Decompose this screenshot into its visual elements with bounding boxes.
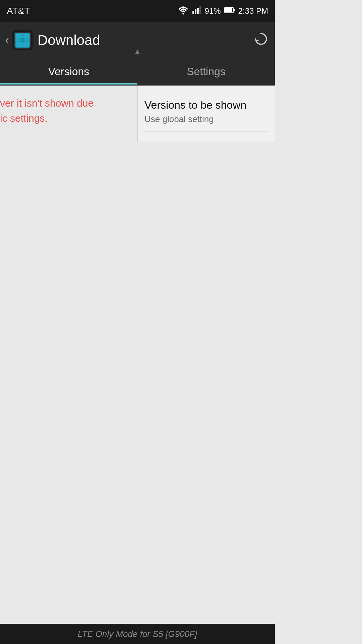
bottom-label: LTE Only Mode for S5 [G900F] — [78, 629, 197, 639]
svg-rect-1 — [192, 11, 194, 14]
bottom-bar: LTE Only Mode for S5 [G900F] — [0, 624, 275, 644]
svg-point-0 — [182, 13, 184, 14]
versions-setting-row[interactable]: Versions to be shown Use global setting — [144, 96, 268, 131]
versions-setting-subtitle: Use global setting — [144, 114, 268, 124]
settings-panel: Versions to be shown Use global setting — [137, 86, 275, 142]
app-icon — [12, 30, 33, 50]
status-icons: 91% 2:33 PM — [178, 5, 268, 17]
main-content: ver it isn't shown due ic settings. Vers… — [0, 86, 275, 624]
svg-rect-2 — [195, 9, 196, 14]
tab-bar: Versions Settings — [0, 59, 275, 86]
svg-point-15 — [24, 39, 27, 42]
battery-icon — [224, 6, 235, 16]
time-label: 2:33 PM — [238, 6, 268, 16]
back-button[interactable]: ‹ — [5, 33, 9, 47]
app-bar: ‹ Download ▲ — [0, 22, 275, 59]
content-area: ver it isn't shown due ic settings. Vers… — [0, 86, 275, 142]
app-title: Download — [38, 32, 253, 48]
left-panel: ver it isn't shown due ic settings. — [0, 86, 137, 142]
svg-point-17 — [21, 42, 24, 45]
svg-rect-3 — [197, 8, 199, 14]
refresh-button[interactable] — [253, 32, 268, 49]
signal-icon — [192, 5, 201, 17]
status-bar: AT&T 91% — [0, 0, 275, 22]
scroll-indicator: ▲ — [133, 47, 141, 56]
svg-rect-4 — [199, 6, 201, 14]
battery-percent: 91% — [205, 6, 221, 16]
carrier-label: AT&T — [7, 6, 30, 16]
tab-settings[interactable]: Settings — [137, 59, 275, 85]
error-text: ver it isn't shown due ic settings. — [0, 96, 137, 126]
svg-rect-7 — [234, 9, 235, 11]
svg-rect-6 — [225, 8, 232, 12]
svg-point-14 — [18, 39, 20, 42]
svg-point-16 — [21, 36, 24, 38]
versions-setting-title: Versions to be shown — [144, 99, 268, 111]
wifi-icon — [178, 5, 189, 17]
tab-versions[interactable]: Versions — [0, 59, 137, 85]
